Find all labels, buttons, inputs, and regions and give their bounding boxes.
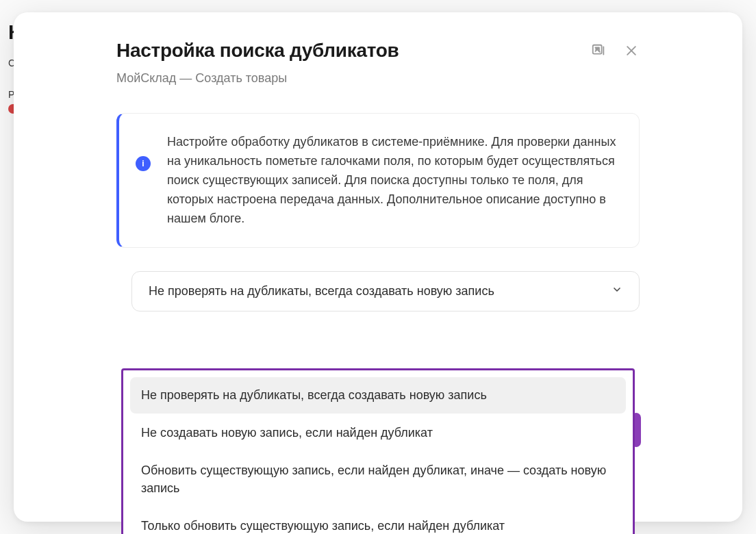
duplicate-mode-dropdown: Не проверять на дубликаты, всегда создав… (121, 368, 635, 534)
info-icon: i (136, 156, 151, 171)
info-box: i Настройте обработку дубликатов в систе… (116, 113, 640, 248)
dropdown-option-1[interactable]: Не проверять на дубликаты, всегда создав… (130, 377, 626, 414)
dropdown-option-4[interactable]: Только обновить существующую запись, есл… (130, 508, 626, 534)
dropdown-option-2[interactable]: Не создавать новую запись, если найден д… (130, 415, 626, 451)
info-text: Настройте обработку дубликатов в системе… (167, 133, 620, 228)
dropdown-option-3[interactable]: Обновить существующую запись, если найде… (130, 453, 626, 506)
select-value: Не проверять на дубликаты, всегда создав… (149, 284, 494, 298)
close-icon[interactable] (623, 42, 640, 59)
duplicate-settings-modal: Настройка поиска дубликатов МойСклад — С… (14, 12, 742, 522)
modal-subtitle: МойСклад — Создать товары (116, 71, 590, 86)
chevron-down-icon (612, 284, 622, 298)
modal-title: Настройка поиска дубликатов (116, 40, 590, 62)
duplicate-mode-select[interactable]: Не проверять на дубликаты, всегда создав… (131, 271, 640, 312)
expand-icon[interactable] (590, 42, 607, 59)
modal-header: Настройка поиска дубликатов МойСклад — С… (116, 40, 640, 86)
